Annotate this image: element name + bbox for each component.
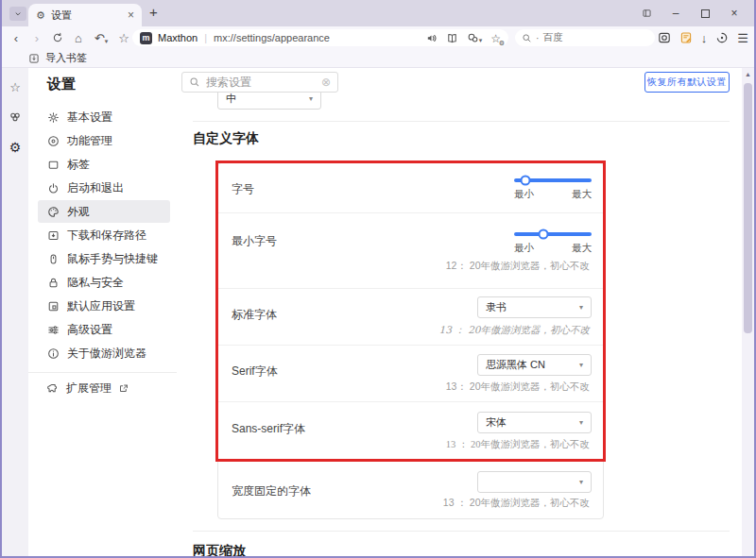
sidebar-item-downloads[interactable]: 下载和保存路径 — [38, 224, 170, 246]
sidebar-item-basic[interactable]: 基本设置 — [38, 106, 170, 128]
browser-window: ⚙ 设置 × + – × ‹ › ⌂ ↶ ▾ ☆ m Maxthon | — [0, 0, 756, 558]
sidebar-item-label: 基本设置 — [67, 110, 112, 126]
search-icon — [189, 76, 200, 88]
standard-font-select[interactable]: 隶书 ▾ — [477, 296, 592, 318]
clear-search-icon[interactable]: ⊗ — [321, 76, 331, 89]
import-bookmarks-label[interactable]: 导入书签 — [45, 51, 87, 65]
side-rail: ☆ ⚙ — [2, 68, 28, 558]
search-engine-box[interactable]: · 百度 — [515, 29, 655, 46]
slider-thumb[interactable] — [521, 176, 531, 186]
reload-button[interactable] — [47, 32, 68, 43]
app-window-icon — [47, 300, 60, 313]
max-label: 最大 — [572, 188, 592, 201]
sidebar-item-label: 下载和保存路径 — [67, 228, 146, 244]
maximize-button[interactable] — [695, 4, 715, 23]
scroll-up-icon[interactable]: ▲ — [742, 71, 754, 77]
scrollbar-thumb[interactable] — [744, 83, 752, 333]
download-icon[interactable]: ↓ — [701, 31, 708, 45]
chevron-down-icon: ▾ — [579, 361, 583, 369]
min-font-size-slider[interactable] — [514, 232, 592, 236]
row-divider — [218, 212, 605, 213]
row-label: Sans-serif字体 — [232, 421, 305, 437]
window-controls: – × — [636, 0, 750, 26]
tab-close-icon[interactable]: × — [128, 8, 134, 22]
sidebar-item-label: 默认应用设置 — [67, 298, 135, 314]
tab-list-button[interactable] — [9, 7, 26, 21]
reset-defaults-button[interactable]: 恢复所有默认设置 — [644, 72, 730, 93]
sidebar-item-about[interactable]: 关于傲游浏览器 — [38, 342, 170, 364]
gear-icon — [47, 111, 60, 124]
slider-thumb[interactable] — [539, 229, 549, 240]
chevron-down-icon[interactable]: ▾ — [105, 38, 109, 45]
forward-button[interactable]: › — [26, 31, 47, 45]
url-text[interactable]: mx://settings/appearance — [214, 32, 425, 43]
spiral-icon[interactable] — [715, 31, 729, 44]
tab-settings[interactable]: ⚙ 设置 × — [28, 4, 142, 26]
sidebar-item-features[interactable]: 功能管理 — [38, 129, 170, 152]
sidebar-item-privacy[interactable]: 隐私与安全 — [38, 271, 170, 294]
sidebar-item-label: 高级设置 — [67, 322, 112, 338]
lock-icon — [47, 277, 60, 289]
brand-label: Maxthon — [158, 32, 198, 43]
sidebar-item-label: 关于傲游浏览器 — [67, 346, 146, 362]
sidebar-item-extensions[interactable]: 扩展管理 — [47, 380, 129, 397]
favorites-star-icon[interactable]: ☆ — [9, 81, 21, 93]
chevron-down-icon: ▾ — [579, 418, 583, 427]
custom-fonts-card: 字号 最小 最大 最小字号 最小 最大 12： 20年傲游浏览器，初心不改 标准… — [217, 162, 604, 519]
slider-scale-labels: 最小 最大 — [514, 188, 592, 201]
content-scrollbar[interactable]: ▲ — [742, 68, 754, 558]
share-wechat-button[interactable]: ▾ — [467, 32, 483, 44]
read-aloud-icon[interactable] — [425, 32, 438, 44]
row-label: 最小字号 — [232, 233, 277, 249]
close-button[interactable]: × — [724, 4, 745, 23]
minimize-button[interactable]: – — [665, 4, 686, 23]
info-icon — [47, 347, 60, 360]
section-divider — [193, 531, 730, 532]
settings-search-box[interactable]: ⊗ — [181, 72, 338, 93]
sidebar-item-default-apps[interactable]: 默认应用设置 — [38, 295, 170, 317]
min-label: 最小 — [514, 188, 534, 201]
menu-icon[interactable]: ☰ — [737, 31, 748, 45]
mouse-icon — [47, 253, 60, 265]
power-icon — [47, 182, 60, 194]
collect-star-button[interactable]: ☆ ⚙ — [490, 29, 501, 46]
puzzle-icon — [47, 382, 60, 395]
toolbar-right-icons: ↓ ☰ — [658, 26, 748, 49]
clover-icon[interactable] — [9, 110, 22, 124]
search-icon — [522, 33, 532, 43]
sidebar-item-label: 外观 — [67, 204, 90, 220]
address-bar[interactable]: m Maxthon | mx://settings/appearance ▾ ☆… — [132, 29, 508, 46]
font-sample-text: 13： 20年傲游浏览器，初心不改 — [446, 380, 590, 394]
settings-gear-icon[interactable]: ⚙ — [9, 141, 22, 154]
settings-search-input[interactable] — [206, 76, 316, 89]
sidebar-item-label: 功能管理 — [67, 133, 112, 149]
font-size-slider[interactable] — [514, 178, 592, 182]
select-value: 宋体 — [486, 415, 507, 430]
chevron-down-icon: ▾ — [579, 478, 583, 486]
tab-icon — [47, 159, 60, 171]
reading-mode-icon[interactable] — [446, 32, 458, 44]
screenshot-icon[interactable] — [658, 31, 671, 44]
fixed-width-font-select[interactable]: ▾ — [477, 471, 592, 493]
gear-icon: ⚙ — [499, 40, 505, 47]
home-button[interactable]: ⌂ — [68, 31, 89, 45]
sidebar-item-mouse-gestures[interactable]: 鼠标手势与快捷键 — [38, 247, 170, 270]
notes-icon[interactable] — [679, 31, 693, 44]
sidebar-item-tabs[interactable]: 标签 — [38, 153, 170, 176]
new-tab-button[interactable]: + — [149, 4, 158, 20]
sans-serif-font-select[interactable]: 宋体 ▾ — [477, 412, 592, 433]
back-button[interactable]: ‹ — [6, 31, 26, 45]
select-value: 思源黑体 CN — [486, 358, 545, 372]
favorite-star-button[interactable]: ☆ — [113, 31, 134, 45]
boss-key-icon[interactable] — [636, 4, 657, 23]
sidebar-item-startup[interactable]: 启动和退出 — [38, 177, 170, 199]
min-label: 最小 — [514, 242, 534, 255]
sidebar-item-appearance[interactable]: 外观 — [38, 200, 170, 223]
row-divider — [218, 401, 605, 402]
sidebar-item-advanced[interactable]: 高级设置 — [38, 318, 170, 341]
download-box-icon — [47, 229, 60, 242]
dot-separator: · — [536, 32, 540, 43]
serif-font-select[interactable]: 思源黑体 CN ▾ — [477, 354, 592, 376]
select-value: 隶书 — [486, 300, 507, 314]
undo-button[interactable]: ↶ ▾ — [89, 31, 113, 45]
